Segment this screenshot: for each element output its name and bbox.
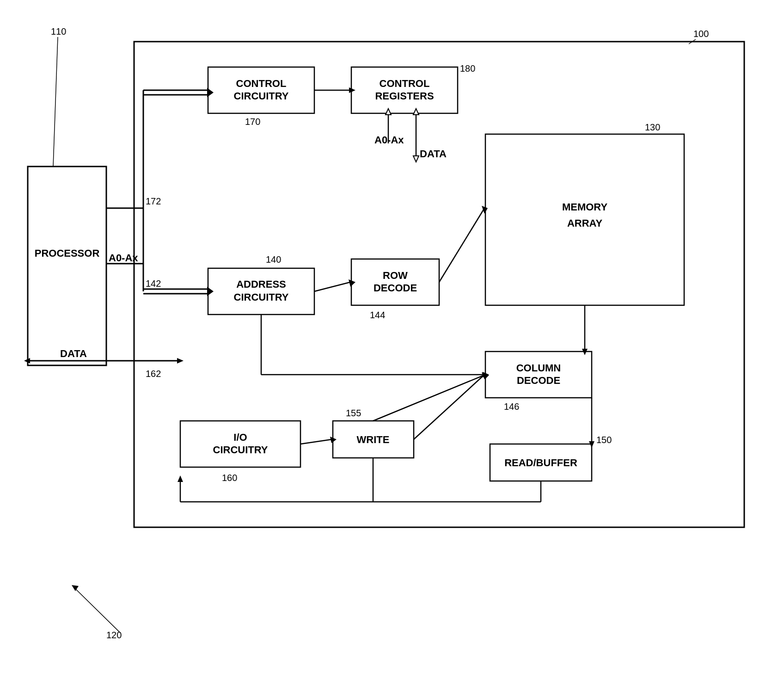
ref-110: 110 <box>51 26 66 37</box>
control-circuitry-label2: CIRCUITRY <box>234 90 289 102</box>
address-circuitry-label1: ADDRESS <box>236 278 286 290</box>
processor-box <box>28 167 106 365</box>
ref-155: 155 <box>346 408 361 418</box>
memory-array-label1: MEMORY <box>562 201 608 213</box>
address-circuitry-label2: CIRCUITRY <box>234 291 289 303</box>
ref-170: 170 <box>245 117 260 127</box>
data-label-2: DATA <box>60 348 87 359</box>
column-decode-label1: COLUMN <box>516 362 561 374</box>
control-registers-label1: CONTROL <box>380 78 430 89</box>
ref-180: 180 <box>460 63 475 74</box>
a0-ax-label-1: A0-Ax <box>374 134 404 146</box>
ref-120: 120 <box>106 630 122 640</box>
io-circuitry-label1: I/O <box>233 432 247 443</box>
svg-line-1 <box>53 37 58 167</box>
ref-100: 100 <box>693 29 709 39</box>
ref-140: 140 <box>266 254 281 265</box>
processor-label: PROCESSOR <box>35 247 100 259</box>
ref-130: 130 <box>645 122 660 132</box>
control-registers-label2: REGISTERS <box>375 90 434 102</box>
row-decode-label1: ROW <box>383 270 408 281</box>
ref-150: 150 <box>596 435 612 445</box>
row-decode-label2: DECODE <box>374 282 417 294</box>
memory-array-label2: ARRAY <box>567 217 603 229</box>
io-circuitry-label2: CIRCUITRY <box>213 444 268 456</box>
write-label: WRITE <box>357 434 390 445</box>
ref-144: 144 <box>370 310 385 320</box>
ref-160: 160 <box>222 473 237 483</box>
data-label-1: DATA <box>420 148 447 160</box>
read-buffer-label: READ/BUFFER <box>504 457 577 469</box>
ref-142: 142 <box>146 278 161 289</box>
ref-172: 172 <box>146 196 161 206</box>
diagram: 100 PROCESSOR 110 CONTROL CIRCUITRY 170 … <box>0 0 784 697</box>
svg-marker-46 <box>72 585 79 591</box>
ref-162: 162 <box>146 369 161 379</box>
svg-line-45 <box>74 587 120 633</box>
ref-146: 146 <box>504 401 519 412</box>
a0-ax-label-2: A0-Ax <box>109 252 138 264</box>
control-circuitry-label1: CONTROL <box>236 78 287 89</box>
column-decode-label2: DECODE <box>517 375 560 386</box>
